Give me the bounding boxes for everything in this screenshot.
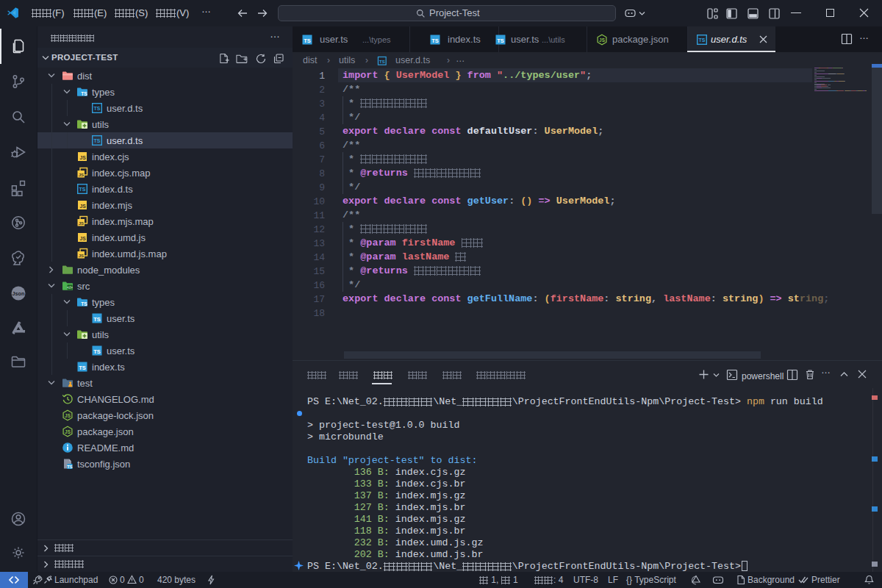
svg-text:TS: TS: [81, 301, 87, 306]
svg-text:TS: TS: [379, 60, 385, 64]
svg-text:JS: JS: [79, 254, 84, 258]
svg-text:TS: TS: [79, 187, 86, 192]
svg-text:JS: JS: [599, 37, 606, 43]
svg-text:TS: TS: [94, 106, 101, 111]
svg-text:TS: TS: [304, 37, 311, 44]
svg-text:TS: TS: [93, 316, 101, 323]
svg-text:JS: JS: [79, 173, 84, 177]
svg-text:JS: JS: [65, 429, 71, 434]
svg-text:TS: TS: [94, 138, 101, 143]
svg-text:TS: TS: [699, 37, 706, 43]
svg-text:TS: TS: [93, 348, 101, 355]
svg-text:TS: TS: [497, 37, 504, 44]
svg-text:JS: JS: [65, 413, 71, 418]
svg-text:JS: JS: [79, 236, 86, 241]
svg-text:JS: JS: [79, 221, 84, 226]
svg-text:Json: Json: [12, 290, 25, 297]
svg-text:JS: JS: [79, 155, 86, 160]
svg-text:TS: TS: [431, 37, 439, 44]
svg-text:JS: JS: [79, 204, 86, 209]
svg-text:</>: </>: [67, 285, 73, 290]
svg-text:TS: TS: [67, 465, 73, 469]
svg-text:TS: TS: [79, 365, 86, 371]
svg-text:TS: TS: [81, 91, 87, 96]
